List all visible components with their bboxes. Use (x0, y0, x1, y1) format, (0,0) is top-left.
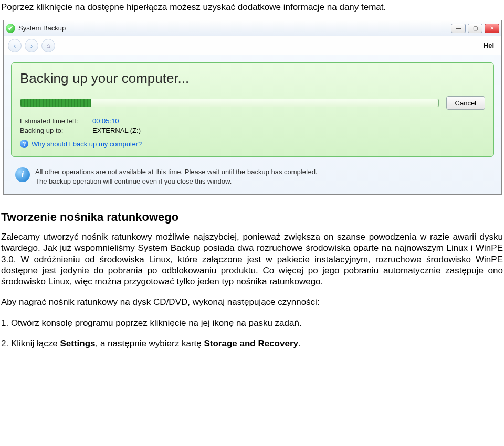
maximize-button[interactable]: ▢ (468, 24, 482, 33)
info-icon: i (15, 167, 30, 182)
why-backup-link[interactable]: Why should I back up my computer? (32, 140, 142, 148)
home-icon[interactable]: ⌂ (41, 39, 55, 52)
estimated-label: Estimated time left: (20, 117, 88, 125)
nav-forward-icon[interactable]: › (25, 39, 38, 52)
nav-bar: ‹ › ⌂ Hel (4, 36, 501, 55)
target-value: EXTERNAL (Z:) (92, 126, 141, 134)
close-button[interactable]: ✕ (485, 24, 499, 33)
panel-title: Backing up your computer... (20, 70, 485, 87)
info-bar: i All other operations are not available… (4, 162, 501, 194)
target-label: Backing up to: (20, 126, 88, 134)
system-backup-window: ✔ System Backup — ▢ ✕ ‹ › ⌂ Hel Backing … (3, 20, 502, 195)
estimated-value[interactable]: 00:05:10 (92, 117, 119, 125)
section-heading: Tworzenie nośnika ratunkowego (1, 210, 503, 224)
nav-back-icon[interactable]: ‹ (8, 39, 22, 52)
info-line-2: The backup operation will continue even … (35, 177, 318, 186)
paragraph-2: Aby nagrać nośnik ratunkowy na dysk CD/D… (1, 296, 503, 307)
step-2: 2. Kliknij łącze Settings, a następnie w… (1, 338, 503, 349)
info-line-1: All other operations are not available a… (35, 167, 318, 177)
step-1: 1. Otwórz konsolę programu poprzez klikn… (1, 317, 503, 328)
paragraph-1: Zalecamy utworzyć nośnik ratunkowy możli… (1, 231, 503, 287)
minimize-button[interactable]: — (451, 24, 466, 33)
progress-bar (20, 99, 439, 107)
help-menu[interactable]: Hel (484, 41, 494, 49)
progress-fill (20, 99, 91, 107)
cancel-button[interactable]: Cancel (446, 96, 485, 110)
backup-panel: Backing up your computer... Cancel Estim… (11, 62, 494, 157)
intro-text: Poprzez kliknięcie na dostępne hiperłącz… (0, 0, 504, 18)
app-icon: ✔ (6, 24, 15, 33)
help-icon: ? (20, 140, 28, 148)
window-title: System Backup (18, 24, 451, 32)
titlebar: ✔ System Backup — ▢ ✕ (4, 20, 501, 36)
